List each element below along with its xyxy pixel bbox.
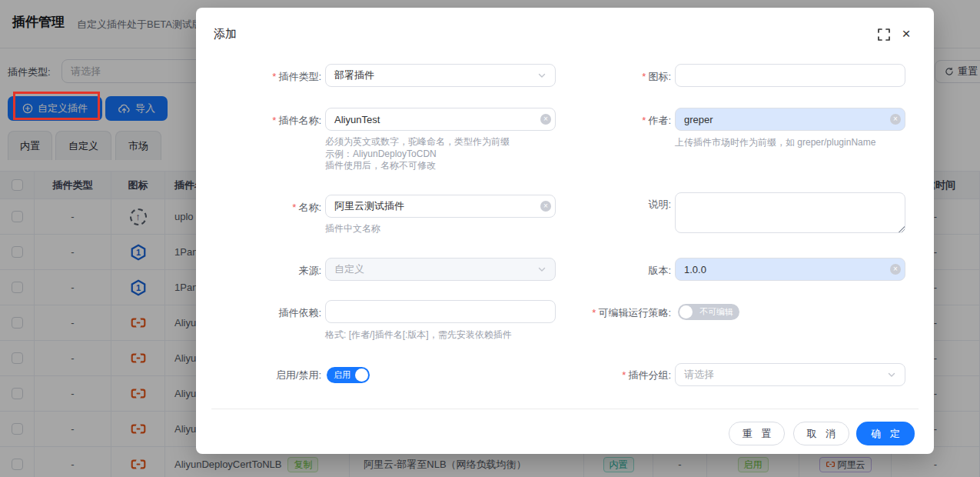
add-plugin-modal: 添加 × *插件类型: 部署插件 *图标: *插件名称: × 必须为英文或数字，… xyxy=(196,8,934,454)
name-help: 插件中文名称 xyxy=(325,223,380,235)
clear-icon[interactable]: × xyxy=(890,264,901,275)
editable-policy-toggle[interactable]: 不可编辑 xyxy=(678,304,739,320)
author-help: 上传插件市场时作为前缀，如 greper/pluginName xyxy=(675,137,875,149)
toggle-knob xyxy=(679,305,693,319)
icon-label: *图标: xyxy=(557,70,671,84)
reset-button[interactable]: 重 置 xyxy=(729,422,785,445)
fullscreen-icon[interactable] xyxy=(877,28,891,42)
highlight-annotation-box xyxy=(13,92,100,120)
plugin-group-label: *插件分组: xyxy=(557,369,671,382)
description-textarea[interactable] xyxy=(675,192,905,233)
plugin-type-label: *插件类型: xyxy=(211,70,321,84)
icon-input[interactable] xyxy=(675,64,905,87)
close-icon[interactable]: × xyxy=(897,25,915,43)
clear-icon[interactable]: × xyxy=(540,201,551,212)
description-label: 说明: xyxy=(557,198,671,212)
dependency-label: 插件依赖: xyxy=(211,306,321,320)
plugin-name-help: 必须为英文或数字，驼峰命名，类型作为前缀 示例：AliyunDeployToCD… xyxy=(325,136,510,172)
source-select: 自定义 xyxy=(325,258,556,281)
toggle-off-label: 不可编辑 xyxy=(699,306,733,318)
name-label: *名称: xyxy=(211,201,321,215)
editable-policy-label: *可编辑运行策略: xyxy=(557,306,671,320)
dependency-help: 格式: [作者/]插件名[:版本]，需先安装依赖插件 xyxy=(325,329,512,342)
required-asterisk: * xyxy=(292,202,296,213)
source-label: 来源: xyxy=(211,264,321,278)
version-label: 版本: xyxy=(557,264,671,278)
modal-title: 添加 xyxy=(214,27,237,42)
chevron-down-icon xyxy=(537,265,546,274)
chevron-down-icon xyxy=(537,71,546,80)
toggle-knob xyxy=(355,369,368,382)
resize-handle[interactable] xyxy=(898,225,905,232)
version-input[interactable] xyxy=(675,258,905,281)
author-label: *作者: xyxy=(557,114,671,128)
chevron-down-icon xyxy=(887,370,896,379)
required-asterisk: * xyxy=(592,307,596,319)
required-asterisk: * xyxy=(642,115,646,126)
toggle-on-label: 启用 xyxy=(334,369,350,381)
confirm-button[interactable]: 确 定 xyxy=(856,422,915,445)
dependency-input[interactable] xyxy=(325,300,556,323)
clear-icon[interactable]: × xyxy=(540,114,551,125)
plugin-type-select[interactable]: 部署插件 xyxy=(325,64,556,87)
name-input[interactable] xyxy=(325,195,556,218)
required-asterisk: * xyxy=(622,369,626,381)
required-asterisk: * xyxy=(272,71,276,82)
enabled-label: 启用/禁用: xyxy=(211,369,321,382)
author-input[interactable] xyxy=(675,108,905,131)
source-value: 自定义 xyxy=(334,262,364,276)
plugin-group-placeholder: 请选择 xyxy=(684,368,714,382)
plugin-group-select[interactable]: 请选择 xyxy=(675,363,905,386)
required-asterisk: * xyxy=(272,115,276,126)
plugin-name-label: *插件名称: xyxy=(211,114,321,128)
clear-icon[interactable]: × xyxy=(890,114,901,125)
required-asterisk: * xyxy=(642,71,646,82)
footer-divider xyxy=(211,409,919,409)
plugin-type-value: 部署插件 xyxy=(334,68,374,82)
enabled-toggle[interactable]: 启用 xyxy=(327,367,370,383)
cancel-button[interactable]: 取 消 xyxy=(793,422,849,445)
plugin-name-input[interactable] xyxy=(325,108,556,131)
